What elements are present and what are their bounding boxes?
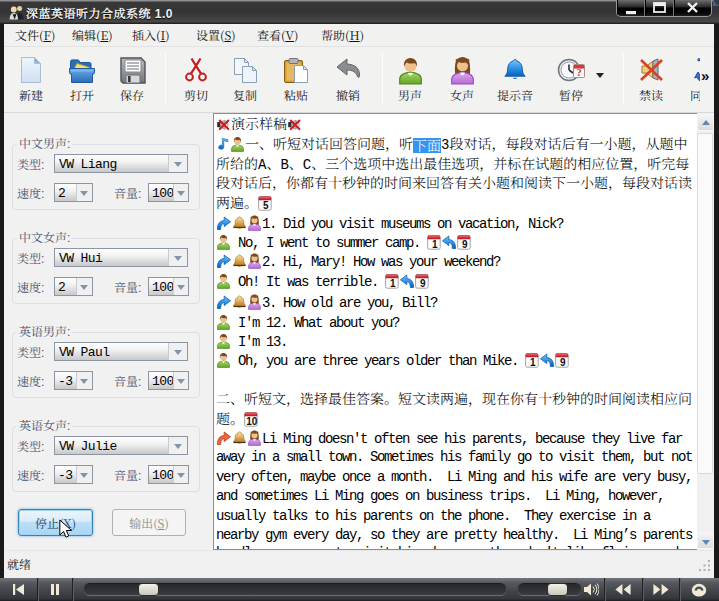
svg-text:1: 1	[530, 357, 536, 368]
svg-text:9: 9	[420, 278, 426, 289]
svg-text:10: 10	[246, 416, 258, 427]
svg-text:1: 1	[432, 239, 438, 250]
svg-text:1: 1	[390, 278, 396, 289]
svg-text:9: 9	[560, 357, 566, 368]
svg-text:?: ?	[576, 67, 581, 78]
svg-text:5: 5	[263, 200, 269, 211]
svg-text:9: 9	[462, 239, 468, 250]
